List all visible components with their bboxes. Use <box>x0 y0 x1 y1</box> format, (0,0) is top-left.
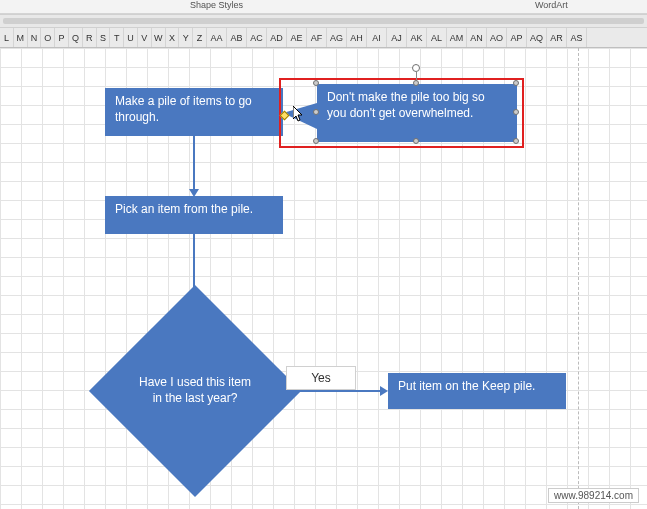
column-header[interactable]: Y <box>179 28 193 48</box>
connector-3-4[interactable] <box>270 390 382 392</box>
ribbon-label-wordart: WordArt <box>535 0 568 10</box>
column-header[interactable]: AC <box>247 28 267 48</box>
column-header[interactable]: AP <box>507 28 527 48</box>
column-header[interactable]: AO <box>487 28 507 48</box>
column-header[interactable]: AN <box>467 28 487 48</box>
column-header[interactable]: P <box>55 28 69 48</box>
column-header[interactable]: L <box>0 28 14 48</box>
column-header[interactable]: AK <box>407 28 427 48</box>
column-header[interactable]: AI <box>367 28 387 48</box>
resize-handle[interactable] <box>513 80 519 86</box>
ribbon-scroll-thumb[interactable] <box>3 18 644 24</box>
column-header[interactable]: AR <box>547 28 567 48</box>
column-header[interactable]: AE <box>287 28 307 48</box>
resize-handle[interactable] <box>313 80 319 86</box>
process-box-keep-pile[interactable]: Put item on the Keep pile. <box>388 373 566 409</box>
rotation-handle[interactable] <box>412 64 420 72</box>
arrow-icon <box>380 386 388 396</box>
resize-handle[interactable] <box>313 138 319 144</box>
column-header[interactable]: T <box>110 28 124 48</box>
resize-handle[interactable] <box>513 109 519 115</box>
page-break-line <box>578 48 579 509</box>
column-header[interactable]: W <box>152 28 166 48</box>
column-header[interactable]: O <box>41 28 55 48</box>
column-header[interactable]: AA <box>207 28 227 48</box>
resize-handle[interactable] <box>413 80 419 86</box>
column-header[interactable]: AB <box>227 28 247 48</box>
ribbon-label-shape-styles: Shape Styles <box>190 0 243 10</box>
column-header[interactable]: AQ <box>527 28 547 48</box>
column-header[interactable]: R <box>83 28 97 48</box>
watermark: www.989214.com <box>548 488 639 503</box>
decision-diamond[interactable]: Have I used this item in the last year? <box>120 316 270 466</box>
resize-handle[interactable] <box>413 138 419 144</box>
column-header[interactable]: AF <box>307 28 327 48</box>
column-header[interactable]: AL <box>427 28 447 48</box>
column-header[interactable]: AS <box>567 28 587 48</box>
connector-1-2[interactable] <box>193 136 195 191</box>
process-box-make-pile[interactable]: Make a pile of items to go through. <box>105 88 283 136</box>
resize-handle[interactable] <box>313 109 319 115</box>
column-header[interactable]: N <box>28 28 42 48</box>
column-header[interactable]: Q <box>69 28 83 48</box>
ribbon-scroll-track[interactable] <box>0 14 647 28</box>
column-header[interactable]: AM <box>447 28 467 48</box>
column-header[interactable]: M <box>14 28 28 48</box>
column-header[interactable]: AD <box>267 28 287 48</box>
resize-handle[interactable] <box>513 138 519 144</box>
spreadsheet-canvas[interactable]: Make a pile of items to go through. Pick… <box>0 48 647 509</box>
column-header-row[interactable]: LMNOPQRSTUVWXYZAAABACADAEAFAGAHAIAJAKALA… <box>0 28 647 48</box>
callout-body: Don't make the pile too big so you don't… <box>317 84 517 142</box>
callout-shape[interactable]: Don't make the pile too big so you don't… <box>285 84 517 142</box>
column-header[interactable]: U <box>124 28 138 48</box>
ribbon-group-labels: Shape Styles WordArt <box>0 0 647 14</box>
yes-label[interactable]: Yes <box>286 366 356 390</box>
process-box-pick-item[interactable]: Pick an item from the pile. <box>105 196 283 234</box>
column-header[interactable]: V <box>138 28 152 48</box>
column-header[interactable]: AG <box>327 28 347 48</box>
decision-text: Have I used this item in the last year? <box>120 316 270 466</box>
column-header[interactable]: Z <box>193 28 207 48</box>
column-header[interactable]: X <box>166 28 180 48</box>
column-header[interactable]: AJ <box>387 28 407 48</box>
column-header[interactable]: S <box>97 28 111 48</box>
column-header[interactable]: AH <box>347 28 367 48</box>
